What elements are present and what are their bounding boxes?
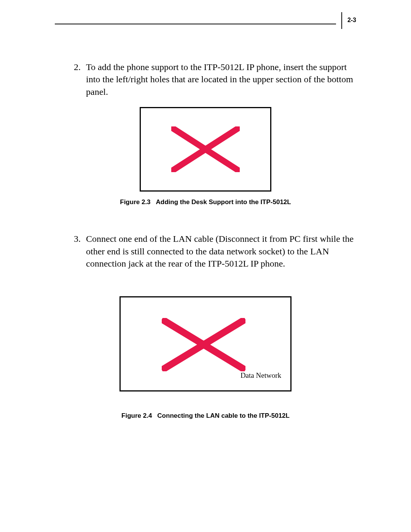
step-3-number: 3. (74, 233, 86, 270)
figure-2-3-box (140, 107, 271, 192)
header-rule (55, 24, 336, 24)
svg-line-0 (174, 129, 237, 170)
figure-2-4-caption-prefix: Figure 2.4 (121, 412, 152, 419)
step-3: 3. Connect one end of the LAN cable (Dis… (74, 233, 356, 270)
page-header: 2-3 (55, 12, 356, 29)
figure-2-4-box: Data Network (119, 296, 292, 391)
step-2: 2. To add the phone support to the ITP-5… (74, 61, 356, 98)
svg-line-2 (165, 321, 242, 368)
spacer (55, 393, 356, 407)
figure-2-4: Data Network Figure 2.4Connecting the LA… (55, 296, 356, 420)
spacer (55, 270, 356, 287)
broken-image-icon (162, 318, 245, 371)
figure-2-3-caption-title: Adding the Desk Support into the ITP-501… (156, 198, 291, 206)
step-2-text: To add the phone support to the ITP-5012… (86, 61, 356, 98)
figure-2-4-inner-label: Data Network (241, 371, 281, 380)
svg-line-3 (165, 321, 242, 368)
header-separator (341, 12, 342, 29)
broken-image-icon (171, 126, 240, 172)
figure-2-4-caption-title: Connecting the LAN cable to the ITP-5012… (157, 412, 290, 419)
figure-2-4-caption: Figure 2.4Connecting the LAN cable to th… (55, 412, 356, 420)
page-number: 2-3 (347, 12, 356, 24)
figure-2-3-caption-prefix: Figure 2.3 (120, 198, 150, 206)
figure-2-3: Figure 2.3Adding the Desk Support into t… (55, 107, 356, 206)
content: 2. To add the phone support to the ITP-5… (55, 61, 356, 420)
step-2-number: 2. (74, 61, 86, 98)
spacer (55, 206, 356, 233)
svg-line-1 (174, 129, 237, 170)
step-3-text: Connect one end of the LAN cable (Discon… (86, 233, 356, 270)
page: 2-3 2. To add the phone support to the I… (0, 0, 411, 532)
figure-2-3-caption: Figure 2.3Adding the Desk Support into t… (55, 198, 356, 206)
